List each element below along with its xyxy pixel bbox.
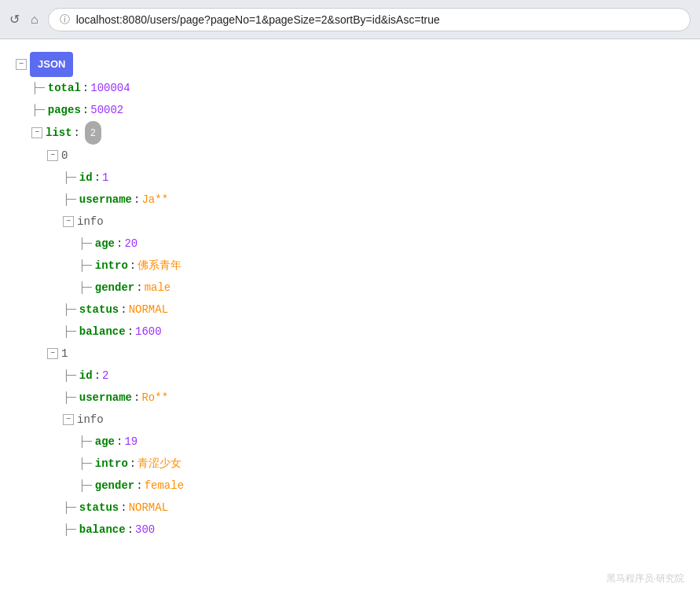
item0-balance-row: ├─ balance : 1600 bbox=[63, 321, 684, 343]
list-row: − list : 2 bbox=[31, 121, 684, 145]
item0-id-val: 1 bbox=[102, 167, 108, 189]
item1-status-key: status bbox=[79, 497, 119, 519]
item1-id-val: 2 bbox=[102, 365, 108, 387]
item1-username-row: ├─ username : Ro** bbox=[63, 387, 684, 409]
total-val: 100004 bbox=[90, 77, 130, 99]
item1-intro-row: ├─ intro : 青涩少女 bbox=[79, 453, 684, 475]
item0-username-key: username bbox=[79, 189, 132, 211]
list-count: 2 bbox=[85, 121, 101, 145]
item0-status-val: NORMAL bbox=[129, 299, 168, 321]
refresh-icon[interactable]: ↺ bbox=[9, 12, 20, 27]
item0-intro-row: ├─ intro : 佛系青年 bbox=[79, 255, 684, 277]
item0-toggle[interactable]: − bbox=[47, 150, 58, 161]
item0-info-row: − info bbox=[63, 211, 684, 233]
item0-info-key: info bbox=[77, 211, 104, 233]
item1-index: 1 bbox=[61, 343, 68, 365]
item1-status-val: NORMAL bbox=[129, 497, 168, 519]
item1-balance-val: 300 bbox=[135, 519, 155, 541]
item0-username-val: Ja** bbox=[141, 189, 168, 211]
item0-balance-key: balance bbox=[79, 321, 126, 343]
list-key: list bbox=[46, 122, 72, 144]
item0-age-val: 20 bbox=[124, 233, 137, 255]
pages-val: 50002 bbox=[90, 99, 123, 121]
item0-username-row: ├─ username : Ja** bbox=[63, 189, 684, 211]
list-toggle[interactable]: − bbox=[31, 127, 42, 138]
root-toggle[interactable]: − bbox=[16, 59, 27, 70]
item0-info-toggle[interactable]: − bbox=[63, 216, 74, 227]
item1-intro-val: 青涩少女 bbox=[137, 453, 181, 475]
home-icon[interactable]: ⌂ bbox=[31, 13, 38, 27]
item1-balance-row: ├─ balance : 300 bbox=[63, 519, 684, 541]
item1-age-row: ├─ age : 19 bbox=[79, 431, 684, 453]
url-text: localhost:8080/users/page?pageNo=1&pageS… bbox=[76, 13, 440, 26]
item0-intro-key: intro bbox=[95, 255, 128, 277]
item0-status-row: ├─ status : NORMAL bbox=[63, 299, 684, 321]
item0-row: − 0 bbox=[47, 145, 684, 167]
item1-username-val: Ro** bbox=[141, 387, 168, 409]
address-bar[interactable]: ⓘ localhost:8080/users/page?pageNo=1&pag… bbox=[48, 8, 691, 31]
item1-gender-key: gender bbox=[95, 475, 134, 497]
item1-status-row: ├─ status : NORMAL bbox=[63, 497, 684, 519]
item0-index: 0 bbox=[61, 145, 68, 167]
item1-age-val: 19 bbox=[124, 431, 137, 453]
json-badge: JSON bbox=[30, 52, 73, 77]
item0-gender-row: ├─ gender : male bbox=[79, 277, 684, 299]
item1-gender-val: female bbox=[145, 475, 184, 497]
browser-controls: ↺ ⌂ bbox=[9, 12, 38, 27]
item0-age-row: ├─ age : 20 bbox=[79, 233, 684, 255]
item1-row: − 1 bbox=[47, 343, 684, 365]
json-viewer: − JSON ├─ total : 100004 ├─ pages : 5000… bbox=[0, 39, 700, 598]
root-row: − JSON bbox=[16, 52, 684, 77]
item1-intro-key: intro bbox=[95, 453, 128, 475]
pages-row: ├─ pages : 50002 bbox=[31, 99, 684, 121]
total-key: total bbox=[48, 77, 81, 99]
item0-gender-val: male bbox=[145, 277, 171, 299]
browser-chrome: ↺ ⌂ ⓘ localhost:8080/users/page?pageNo=1… bbox=[0, 0, 700, 39]
item0-id-row: ├─ id : 1 bbox=[63, 167, 684, 189]
item0-gender-key: gender bbox=[95, 277, 134, 299]
item1-info-row: − info bbox=[63, 409, 684, 431]
item0-balance-val: 1600 bbox=[135, 321, 162, 343]
item1-username-key: username bbox=[79, 387, 132, 409]
item1-gender-row: ├─ gender : female bbox=[79, 475, 684, 497]
item0-intro-val: 佛系青年 bbox=[137, 255, 181, 277]
item0-id-key: id bbox=[79, 167, 93, 189]
item1-info-toggle[interactable]: − bbox=[63, 414, 74, 425]
item0-age-key: age bbox=[95, 233, 115, 255]
total-row: ├─ total : 100004 bbox=[31, 77, 684, 99]
pages-key: pages bbox=[48, 99, 81, 121]
item1-age-key: age bbox=[95, 431, 115, 453]
item1-toggle[interactable]: − bbox=[47, 348, 58, 359]
item0-status-key: status bbox=[79, 299, 119, 321]
item1-balance-key: balance bbox=[79, 519, 126, 541]
item1-info-key: info bbox=[77, 409, 104, 431]
info-icon: ⓘ bbox=[60, 13, 70, 27]
item1-id-row: ├─ id : 2 bbox=[63, 365, 684, 387]
item1-id-key: id bbox=[79, 365, 93, 387]
watermark: 黑马程序员·研究院 bbox=[607, 572, 684, 585]
